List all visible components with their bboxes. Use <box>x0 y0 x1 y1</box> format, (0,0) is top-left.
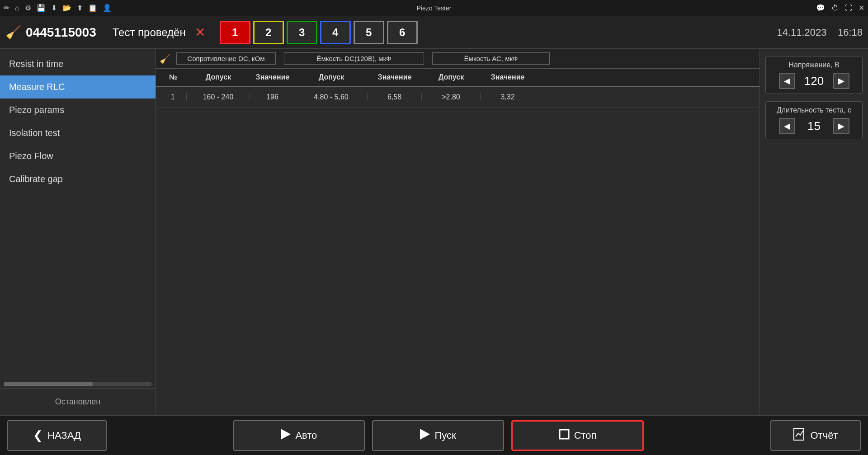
sidebar-status: Остановлен <box>0 388 156 415</box>
td-dopusk3-1: >2,80 <box>422 93 481 101</box>
start-play-icon <box>420 429 430 442</box>
channel-tab-3[interactable]: 3 <box>287 21 317 44</box>
main-content: Resist in time Measure RLC Piezo params … <box>0 49 868 415</box>
chat-icon[interactable]: 💬 <box>816 4 825 12</box>
th-num: № <box>160 73 187 81</box>
pencil-icon[interactable]: ✏ <box>4 4 9 12</box>
right-panel: Напряжение, В ◀ 120 ▶ Длительность теста… <box>760 49 868 415</box>
channel-tab-2[interactable]: 2 <box>253 21 284 44</box>
home-icon[interactable]: ⌂ <box>15 4 19 12</box>
svg-marker-1 <box>420 429 430 440</box>
sidebar-item-measure-rlc[interactable]: Measure RLC <box>0 75 156 99</box>
voltage-label: Напряжение, В <box>788 61 839 69</box>
channel-tab-4[interactable]: 4 <box>320 21 351 44</box>
start-label: Пуск <box>434 430 456 441</box>
table-header-row: 🧹 Сопротивление DC, кОм Ёмкость DC(120В)… <box>156 49 760 69</box>
back-arrow-icon: ❮ <box>33 428 43 442</box>
td-dopusk1-1: 160 - 240 <box>187 93 250 101</box>
stop-square-icon <box>559 429 570 442</box>
sidebar-item-resist-in-time[interactable]: Resist in time <box>0 52 156 75</box>
top-bar-right: 💬 ⏱ ⛶ ✕ <box>816 4 864 12</box>
time: 16:18 <box>838 27 863 38</box>
report-icon <box>793 427 806 444</box>
folder-icon[interactable]: 📂 <box>62 4 71 12</box>
sidebar-scrollbar-thumb <box>4 382 93 386</box>
close-icon[interactable]: ✕ <box>859 4 864 12</box>
header-logo: 🧹 0445115003 <box>5 25 96 40</box>
th-dopusk3: Допуск <box>422 73 481 81</box>
top-bar-left: ✏ ⌂ ⚙ 💾 ⬇ 📂 ⬆ 📋 👤 <box>4 4 112 12</box>
center-panel: 🧹 Сопротивление DC, кОм Ёмкость DC(120В)… <box>156 49 760 415</box>
col-group-cap-ac: Ёмкость АС, мкФ <box>432 52 550 65</box>
voltage-increase-button[interactable]: ▶ <box>833 73 849 89</box>
user-icon[interactable]: 👤 <box>103 4 112 12</box>
clipboard-icon[interactable]: 📋 <box>88 4 97 12</box>
sidebar-nav: Resist in time Measure RLC Piezo params … <box>0 49 156 380</box>
voltage-decrease-button[interactable]: ◀ <box>779 73 795 89</box>
upload-icon[interactable]: ⬆ <box>77 4 83 12</box>
report-button[interactable]: Отчёт <box>770 420 861 451</box>
sidebar-item-calibrate-gap[interactable]: Calibrate gap <box>0 168 156 191</box>
sidebar-item-piezo-flow[interactable]: Piezo Flow <box>0 145 156 168</box>
sidebar-item-piezo-params[interactable]: Piezo params <box>0 99 156 122</box>
channel-tab-6[interactable]: 6 <box>387 21 418 44</box>
channel-tab-5[interactable]: 5 <box>354 21 384 44</box>
sidebar: Resist in time Measure RLC Piezo params … <box>0 49 156 415</box>
col-group-resist: Сопротивление DC, кОм <box>176 52 276 65</box>
th-dopusk2: Допуск <box>295 73 368 81</box>
expand-icon[interactable]: ⛶ <box>845 4 852 12</box>
app-title: Piezo Tester <box>417 5 452 12</box>
test-status: Тест проведён <box>113 26 186 39</box>
header: 🧹 0445115003 Тест проведён ✕ 1 2 3 4 5 6… <box>0 16 868 49</box>
duration-value: 15 <box>801 119 828 133</box>
th-znach1: Значение <box>250 73 295 81</box>
duration-label: Длительность теста, с <box>777 106 851 114</box>
sidebar-scrollbar[interactable] <box>4 382 152 386</box>
stop-label: Стоп <box>574 430 597 441</box>
td-num-1: 1 <box>160 93 187 101</box>
broom-small-icon: 🧹 <box>160 53 171 64</box>
duration-box: Длительность теста, с ◀ 15 ▶ <box>765 101 863 139</box>
broom-icon: 🧹 <box>5 25 21 40</box>
top-bar: ✏ ⌂ ⚙ 💾 ⬇ 📂 ⬆ 📋 👤 Piezo Tester 💬 ⏱ ⛶ ✕ <box>0 0 868 16</box>
back-label: НАЗАД <box>47 430 81 441</box>
save-icon[interactable]: 💾 <box>37 4 46 12</box>
col-group-cap-dc: Ёмкость DC(120В), мкФ <box>284 52 424 65</box>
close-test-button[interactable]: ✕ <box>195 25 205 40</box>
td-dopusk2-1: 4,80 - 5,60 <box>295 93 368 101</box>
channel-tab-1[interactable]: 1 <box>220 21 250 44</box>
td-znach3-1: 3,32 <box>481 93 535 101</box>
download-icon[interactable]: ⬇ <box>51 4 57 12</box>
th-znach3: Значение <box>481 73 535 81</box>
svg-marker-0 <box>281 429 291 440</box>
table-row[interactable]: 1 160 - 240 196 4,80 - 5,60 6,58 >2,80 3… <box>156 87 760 108</box>
timer-icon[interactable]: ⏱ <box>831 4 839 12</box>
auto-label: Авто <box>295 430 317 441</box>
td-znach2-1: 6,58 <box>368 93 422 101</box>
sidebar-item-isolation-test[interactable]: Isolation test <box>0 122 156 145</box>
duration-decrease-button[interactable]: ◀ <box>779 118 795 134</box>
stop-button[interactable]: Стоп <box>511 420 644 451</box>
th-dopusk1: Допуск <box>187 73 250 81</box>
table-body: 1 160 - 240 196 4,80 - 5,60 6,58 >2,80 3… <box>156 87 760 415</box>
auto-play-icon <box>281 429 291 442</box>
report-label: Отчёт <box>810 430 838 441</box>
device-id: 0445115003 <box>26 25 96 40</box>
bottom-bar: ❮ НАЗАД Авто Пуск Стоп Отчёт <box>0 415 868 455</box>
gear-icon[interactable]: ⚙ <box>25 4 31 12</box>
voltage-control: ◀ 120 ▶ <box>779 73 849 89</box>
date: 14.11.2023 <box>777 27 826 38</box>
th-znach2: Значение <box>368 73 422 81</box>
table-subheader: № Допуск Значение Допуск Значение Допуск… <box>156 69 760 87</box>
channel-tabs: 1 2 3 4 5 6 <box>220 21 418 44</box>
voltage-box: Напряжение, В ◀ 120 ▶ <box>765 56 863 94</box>
datetime: 14.11.2023 16:18 <box>777 27 863 38</box>
td-znach1-1: 196 <box>250 93 295 101</box>
voltage-value: 120 <box>801 74 828 88</box>
duration-increase-button[interactable]: ▶ <box>833 118 849 134</box>
duration-control: ◀ 15 ▶ <box>779 118 849 134</box>
back-button[interactable]: ❮ НАЗАД <box>7 420 107 451</box>
auto-button[interactable]: Авто <box>233 420 365 451</box>
svg-rect-2 <box>560 430 569 439</box>
start-button[interactable]: Пуск <box>372 420 504 451</box>
